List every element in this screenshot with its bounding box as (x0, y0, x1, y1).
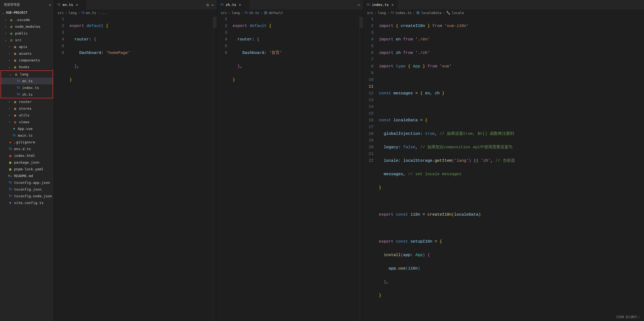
editor-body[interactable]: 12345678910111213141516171819202122 impo… (363, 16, 644, 321)
folder-lang[interactable]: ⌄▤lang (1, 71, 53, 78)
split-editor-icon[interactable]: ◫ (207, 3, 209, 7)
breadcrumb[interactable]: src› lang› TS en.ts› ... (54, 9, 217, 16)
line-gutter: 123456 (217, 16, 233, 321)
folder-node-modules[interactable]: ›▣node_modules (0, 23, 54, 30)
ts-icon: TS (12, 134, 16, 137)
folder-stores[interactable]: ›▣stores (0, 105, 54, 112)
file-vite-config[interactable]: ▼vite.config.ts (0, 199, 54, 206)
symbol-icon: ⦿ (264, 11, 267, 15)
ts-icon: TS (8, 181, 12, 184)
chevron-right-icon: › (8, 114, 11, 117)
ts-icon: TS (220, 3, 224, 6)
chevron-right-icon: › (8, 45, 11, 48)
folder-icon: ▣ (13, 65, 17, 69)
file-index-ts[interactable]: TSindex.ts (1, 84, 53, 91)
symbol-icon: ⦿ (416, 11, 420, 15)
minimap[interactable] (213, 16, 217, 321)
file-env-d-ts[interactable]: TSenv.d.ts (0, 146, 54, 152)
tab-index[interactable]: TS index.ts × (363, 0, 398, 9)
editor-group: TS en.ts × ◫ ⋯ src› lang› TS en.ts› ... … (54, 0, 644, 321)
file-gitignore[interactable]: ◆.gitignore (0, 139, 54, 146)
minimap[interactable] (359, 16, 363, 321)
file-package-json[interactable]: ▦package.json (0, 159, 54, 166)
folder-icon: ▣ (9, 18, 13, 22)
close-icon[interactable]: × (238, 3, 242, 7)
file-index-html[interactable]: ▦index.html (0, 152, 54, 159)
folder-utils[interactable]: ›▣utils (0, 112, 54, 119)
ts-icon: TS (8, 188, 12, 191)
ts-icon: TS (366, 3, 370, 6)
folder-icon: ▣ (9, 32, 13, 35)
folder-apis[interactable]: ›▣apis (0, 43, 54, 50)
chevron-right-icon: › (8, 100, 11, 103)
tab-actions: ⋯ (355, 0, 363, 9)
ts-icon: TS (391, 11, 394, 14)
project-header[interactable]: ⌄ VUE-PROJECT (0, 9, 54, 16)
chevron-down-icon: ⌄ (1, 11, 5, 14)
html-icon: ▦ (8, 154, 12, 158)
folder-views[interactable]: ›▣views (0, 119, 54, 125)
sidebar-title: 资源管理器 (4, 2, 20, 7)
wrench-icon: 🔧 (446, 11, 450, 15)
sidebar-header: 资源管理器 ⋯ (0, 0, 54, 9)
tab-en[interactable]: TS en.ts × (54, 0, 86, 9)
breadcrumb[interactable]: src› lang› TS zh.ts› ⦿ default (217, 9, 363, 16)
tab-bar: TS zh.ts × ⋯ (217, 0, 363, 9)
folder-assets[interactable]: ›▣assets (0, 50, 54, 57)
editor-body[interactable]: 123456 export default { router: { Dashbo… (54, 16, 217, 321)
file-zh-ts[interactable]: TSzh.ts (1, 91, 53, 98)
chevron-right-icon: › (8, 107, 11, 110)
ts-icon: TS (57, 3, 61, 6)
md-icon: M↓ (8, 174, 12, 178)
folder-public[interactable]: ›▣public (0, 30, 54, 37)
folder-components[interactable]: ›▣components (0, 57, 54, 64)
code-area[interactable]: import { createI18n } from 'vue-i18n' im… (379, 16, 644, 321)
yaml-icon: ▦ (8, 167, 12, 171)
chevron-down-icon: ⌄ (4, 39, 8, 42)
json-icon: ▦ (8, 161, 12, 164)
highlighted-lang-group: ⌄▤lang TSen.ts TSindex.ts TSzh.ts (1, 70, 53, 98)
file-tree: ›▣.vscode ›▣node_modules ›▣public ⌄▤src … (0, 16, 54, 321)
ts-icon: TS (81, 11, 85, 14)
close-icon[interactable]: × (75, 3, 79, 7)
file-en-ts[interactable]: TSen.ts (1, 78, 53, 84)
file-tsconfig-app[interactable]: TStsconfig.app.json (0, 179, 54, 186)
folder-icon: ▣ (13, 100, 17, 104)
ts-icon: TS (16, 80, 20, 82)
line-gutter: 123456 (54, 16, 70, 321)
more-icon[interactable]: ⋯ (358, 3, 360, 7)
editor-body[interactable]: 123456 export default { router: { Dashbo… (217, 16, 363, 321)
breadcrumb[interactable]: src› lang› TS index.ts› ⦿ localeData› 🔧 … (363, 9, 644, 16)
project-name: VUE-PROJECT (6, 11, 27, 15)
folder-open-icon: ▤ (14, 73, 18, 76)
ts-icon: TS (16, 93, 20, 96)
more-icon[interactable]: ⋯ (49, 3, 51, 7)
file-main-ts[interactable]: TSmain.ts (0, 132, 54, 139)
code-area[interactable]: export default { router: { Dashboard: 'h… (70, 16, 213, 321)
chevron-right-icon: › (4, 25, 8, 28)
tab-zh[interactable]: TS zh.ts × (217, 0, 249, 9)
vue-icon: ▼ (12, 127, 16, 131)
watermark: CSDN @小辉吖～ (616, 315, 641, 319)
more-icon[interactable]: ⋯ (212, 3, 214, 7)
folder-vscode[interactable]: ›▣.vscode (0, 16, 54, 23)
chevron-right-icon: › (8, 120, 11, 123)
folder-src[interactable]: ⌄▤src (0, 37, 54, 43)
folder-router[interactable]: ›▣router (0, 98, 54, 105)
tab-actions: ◫ ⋯ (204, 0, 217, 9)
file-tsconfig-node[interactable]: TStsconfig.node.json (0, 193, 54, 199)
explorer-sidebar: 资源管理器 ⋯ ⌄ VUE-PROJECT ›▣.vscode ›▣node_m… (0, 0, 54, 321)
folder-icon: ▣ (13, 45, 17, 49)
line-gutter: 12345678910111213141516171819202122 (363, 16, 379, 321)
folder-hooks[interactable]: ⌄▣hooks (0, 64, 54, 70)
file-tsconfig[interactable]: TStsconfig.json (0, 186, 54, 193)
file-pnpm-lock[interactable]: ▦pnpm-lock.yaml (0, 166, 54, 172)
code-area[interactable]: export default { router: { Dashboard: '首… (233, 16, 359, 321)
git-icon: ◆ (8, 140, 12, 144)
file-readme[interactable]: M↓README.md (0, 172, 54, 179)
chevron-down-icon: ⌄ (9, 73, 12, 76)
chevron-right-icon: › (4, 32, 8, 35)
close-icon[interactable]: × (390, 3, 395, 7)
chevron-right-icon: › (8, 52, 11, 55)
file-app-vue[interactable]: ▼App.vue (0, 125, 54, 132)
